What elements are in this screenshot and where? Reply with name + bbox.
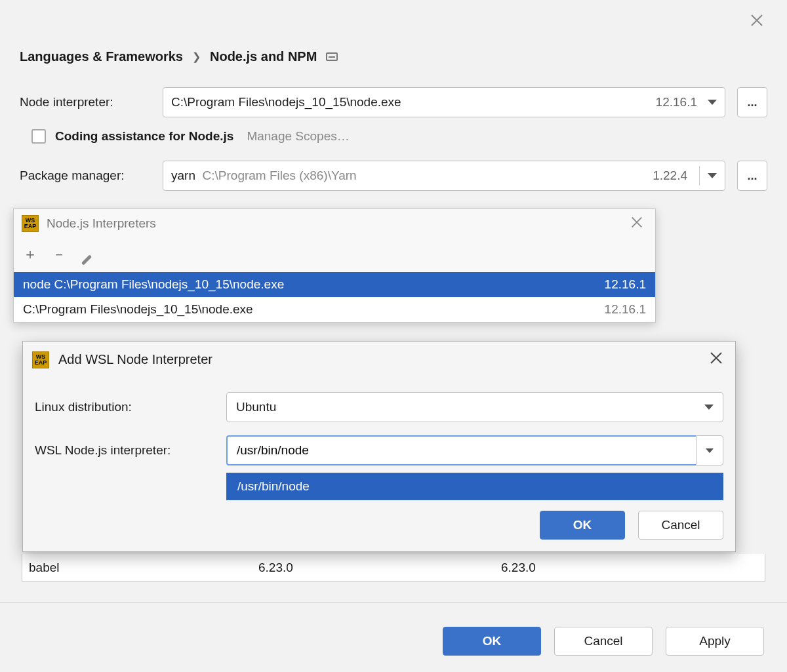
interpreter-version: 12.16.1 (594, 302, 646, 317)
wsl-interpreter-row: WSL Node.js interpreter: (35, 435, 723, 465)
node-interpreter-version: 12.16.1 (656, 95, 697, 109)
settings-footer: OK Cancel Apply (0, 610, 787, 672)
interpreters-toolbar: ＋ － (14, 238, 655, 272)
wsl-dialog-header: WSEAP Add WSL Node Interpreter (23, 342, 735, 378)
wsl-dialog-title: Add WSL Node Interpreter (58, 352, 697, 367)
package-table-row[interactable]: babel 6.23.0 6.23.0 (22, 554, 765, 582)
package-version: 6.23.0 (258, 561, 501, 575)
wsl-interpreter-input[interactable] (226, 435, 696, 465)
wsl-interpreter-dropdown-button[interactable] (696, 435, 723, 465)
linux-distribution-select[interactable]: Ubuntu (226, 392, 723, 422)
manage-scopes-link[interactable]: Manage Scopes… (247, 129, 349, 144)
node-interpreter-combo[interactable]: C:\Program Files\nodejs_10_15\node.exe 1… (163, 87, 725, 117)
linux-distribution-label: Linux distribution: (35, 400, 213, 414)
wsl-dialog-body: Linux distribution: Ubuntu WSL Node.js i… (23, 378, 735, 481)
package-manager-version: 1.22.4 (653, 168, 687, 183)
add-icon[interactable]: ＋ (23, 245, 37, 264)
wsl-dialog-buttons: OK Cancel (540, 511, 723, 540)
coding-assistance-checkbox[interactable] (31, 129, 46, 144)
cancel-button[interactable]: Cancel (638, 511, 723, 540)
package-name: babel (22, 561, 258, 575)
package-manager-browse-button[interactable]: ... (737, 161, 767, 191)
coding-assistance-label: Coding assistance for Node.js (55, 129, 233, 144)
coding-assistance-row: Coding assistance for Node.js Manage Sco… (20, 129, 767, 144)
breadcrumb-leaf: Node.js and NPM (210, 49, 317, 64)
settings-panel: Languages & Frameworks ❯ Node.js and NPM… (0, 0, 787, 603)
interpreter-path: C:\Program Files\nodejs_10_15\node.exe (23, 302, 594, 317)
caret-down-icon (706, 448, 714, 453)
webstorm-eap-icon: WSEAP (22, 215, 39, 232)
interpreter-version: 12.16.1 (594, 277, 646, 292)
close-icon[interactable] (626, 214, 647, 233)
package-manager-row: Package manager: yarn C:\Program Files (… (20, 161, 767, 191)
interpreter-row[interactable]: node C:\Program Files\nodejs_10_15\node.… (14, 272, 655, 297)
caret-down-icon (704, 405, 714, 410)
remove-icon[interactable]: － (52, 245, 66, 264)
package-manager-combo[interactable]: yarn C:\Program Files (x86)\Yarn 1.22.4 (163, 161, 725, 191)
add-wsl-interpreter-dialog: WSEAP Add WSL Node Interpreter Linux dis… (22, 341, 736, 552)
node-interpreter-path: C:\Program Files\nodejs_10_15\node.exe (171, 95, 656, 109)
apply-button[interactable]: Apply (666, 627, 764, 656)
interpreters-list: node C:\Program Files\nodejs_10_15\node.… (14, 272, 655, 322)
cancel-button[interactable]: Cancel (554, 627, 653, 656)
package-manager-value: yarn C:\Program Files (x86)\Yarn (171, 168, 653, 183)
divider (699, 166, 700, 186)
expand-icon[interactable] (326, 52, 338, 61)
interpreters-dialog-title: Node.js Interpreters (47, 216, 618, 231)
breadcrumb: Languages & Frameworks ❯ Node.js and NPM (20, 49, 767, 64)
close-icon[interactable] (750, 12, 764, 32)
chevron-right-icon: ❯ (192, 50, 201, 63)
package-manager-path: C:\Program Files (x86)\Yarn (203, 168, 357, 182)
node-interpreter-label: Node interpreter: (20, 95, 151, 109)
linux-distribution-value: Ubuntu (236, 400, 276, 414)
wsl-interpreter-dropdown-item[interactable]: /usr/bin/node (226, 473, 723, 500)
interpreters-dialog-header: WSEAP Node.js Interpreters (14, 209, 655, 238)
package-latest: 6.23.0 (501, 561, 765, 575)
package-manager-name: yarn (171, 168, 195, 182)
caret-down-icon (708, 100, 717, 105)
node-interpreter-browse-button[interactable]: ... (737, 87, 767, 117)
close-icon[interactable] (706, 349, 726, 370)
breadcrumb-root[interactable]: Languages & Frameworks (20, 49, 183, 64)
interpreters-dialog: WSEAP Node.js Interpreters ＋ － node C:\P… (13, 208, 656, 323)
package-manager-label: Package manager: (20, 168, 151, 183)
ok-button[interactable]: OK (540, 511, 625, 540)
interpreter-row[interactable]: C:\Program Files\nodejs_10_15\node.exe 1… (14, 297, 655, 322)
ok-button[interactable]: OK (443, 627, 541, 656)
wsl-interpreter-label: WSL Node.js interpreter: (35, 443, 213, 458)
caret-down-icon (708, 173, 717, 178)
linux-distribution-row: Linux distribution: Ubuntu (35, 392, 723, 422)
interpreter-path: node C:\Program Files\nodejs_10_15\node.… (23, 277, 594, 292)
node-interpreter-row: Node interpreter: C:\Program Files\nodej… (20, 87, 767, 117)
webstorm-eap-icon: WSEAP (32, 351, 49, 368)
wsl-interpreter-combo (226, 435, 723, 465)
